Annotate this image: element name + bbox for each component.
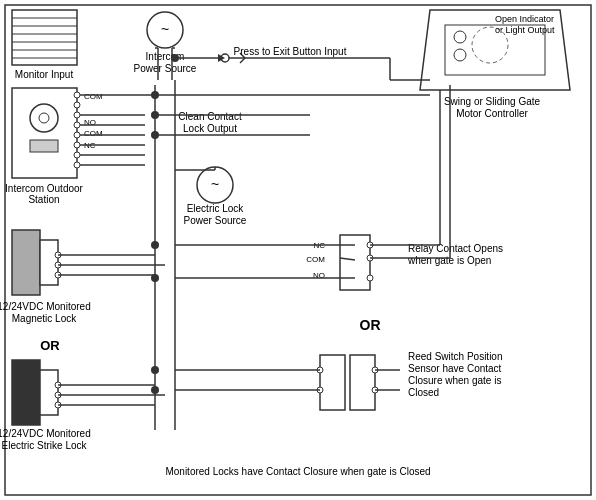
open-indicator-label1: Open Indicator — [495, 14, 554, 24]
svg-point-15 — [74, 122, 80, 128]
svg-point-12 — [74, 92, 80, 98]
reed-switch-label2: Sensor have Contact — [408, 363, 502, 374]
reed-switch-label1: Reed Switch Position — [408, 351, 503, 362]
svg-rect-50 — [350, 355, 375, 410]
svg-point-19 — [74, 162, 80, 168]
intercom-power-label2: Power Source — [134, 63, 197, 74]
svg-point-17 — [74, 142, 80, 148]
svg-rect-29 — [40, 240, 58, 285]
bottom-label: Monitored Locks have Contact Closure whe… — [165, 466, 430, 477]
svg-point-40 — [454, 49, 466, 61]
clean-contact-label2: Lock Output — [183, 123, 237, 134]
svg-rect-34 — [40, 370, 58, 415]
svg-rect-33 — [12, 360, 40, 425]
swing-gate-label2: Motor Controller — [456, 108, 528, 119]
svg-point-39 — [454, 31, 466, 43]
intercom-outdoor-label2: Station — [28, 194, 59, 205]
wiring-diagram: Monitor Input COM NO COM NC Intercom Out… — [0, 0, 596, 500]
svg-rect-28 — [12, 230, 40, 295]
svg-point-93 — [151, 131, 159, 139]
open-indicator-label2: or Light Output — [495, 25, 555, 35]
svg-point-14 — [74, 112, 80, 118]
electric-lock-power2: Power Source — [184, 215, 247, 226]
relay-contact-label2: when gate is Open — [407, 255, 491, 266]
com-label1: COM — [84, 92, 103, 101]
intercom-outdoor-label: Intercom Outdoor — [5, 183, 83, 194]
electric-power-symbol: ~ — [211, 176, 219, 192]
or-label2: OR — [360, 317, 381, 333]
svg-point-92 — [151, 111, 159, 119]
svg-point-94 — [171, 54, 179, 62]
swing-gate-label1: Swing or Sliding Gate — [444, 96, 541, 107]
svg-rect-42 — [340, 235, 370, 290]
magnetic-lock-label2: Magnetic Lock — [12, 313, 77, 324]
svg-point-96 — [151, 274, 159, 282]
electric-strike-label2: Electric Strike Lock — [1, 440, 87, 451]
com-label2: COM — [84, 129, 103, 138]
svg-point-18 — [74, 152, 80, 158]
svg-rect-8 — [12, 88, 77, 178]
electric-strike-label1: 12/24VDC Monitored — [0, 428, 91, 439]
magnetic-lock-label1: 12/24VDC Monitored — [0, 301, 91, 312]
monitor-input-label: Monitor Input — [15, 69, 74, 80]
svg-point-16 — [74, 132, 80, 138]
svg-rect-11 — [30, 140, 58, 152]
or-label1: OR — [40, 338, 60, 353]
reed-switch-label4: Closed — [408, 387, 439, 398]
svg-point-97 — [151, 366, 159, 374]
intercom-power-symbol: ~ — [161, 21, 169, 37]
electric-lock-power1: Electric Lock — [187, 203, 245, 214]
svg-point-95 — [151, 241, 159, 249]
press-to-exit-label: Press to Exit Button Input — [234, 46, 347, 57]
svg-point-98 — [151, 386, 159, 394]
svg-point-91 — [151, 91, 159, 99]
com-label3: COM — [306, 255, 325, 264]
svg-rect-49 — [320, 355, 345, 410]
svg-point-48 — [367, 275, 373, 281]
reed-switch-label3: Closure when gate is — [408, 375, 501, 386]
svg-point-13 — [74, 102, 80, 108]
clean-contact-label1: Clean Contact — [178, 111, 242, 122]
